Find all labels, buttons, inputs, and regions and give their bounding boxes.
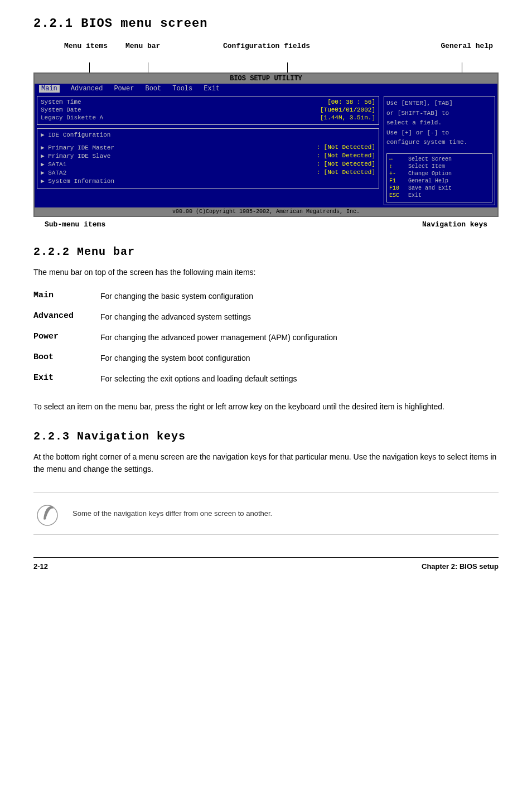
bios-label-time: System Time	[41, 99, 81, 105]
bios-right-panel: Use [ENTER], [TAB]or [SHIFT-TAB] toselec…	[384, 96, 495, 205]
section-222-paragraph: To select an item on the menu bar, press…	[33, 400, 499, 413]
bios-nav-general-help: F1 General Help	[389, 178, 490, 184]
bios-nav-change-option: +- Change Option	[389, 171, 490, 177]
bios-ide-section: ▶ IDE Configuration ▶ Primary IDE Master…	[37, 128, 379, 189]
bios-row-sata2: ▶ SATA2 : [Not Detected]	[41, 169, 375, 176]
bios-row-primary-slave: ▶ Primary IDE Slave : [Not Detected]	[41, 152, 375, 160]
bios-label-diskette: Legacy Diskette A	[41, 114, 103, 121]
note-box: Some of the navigation keys differ from …	[33, 492, 499, 535]
menu-row-main: Main For changing the basic system confi…	[33, 286, 499, 307]
bios-label-primary-master: ▶ Primary IDE Master	[41, 144, 114, 151]
bios-nav-desc-change: Change Option	[408, 171, 452, 177]
bios-value-date: [Tue01/01/2002]	[320, 107, 375, 113]
bios-nav-desc-item: Select Item	[408, 163, 445, 170]
bios-menu-main[interactable]: Main	[39, 85, 60, 93]
bios-nav-key-plusminus: +-	[389, 171, 405, 177]
bios-row-date: System Date [Tue01/01/2002]	[41, 107, 375, 113]
label-submenu-items: Sub-menu items	[45, 220, 105, 229]
bios-row-sata1: ▶ SATA1 : [Not Detected]	[41, 161, 375, 168]
bios-label-date: System Date	[41, 107, 81, 113]
label-menu-bar: Menu bar	[125, 42, 160, 50]
section-222-intro: The menu bar on top of the screen has th…	[33, 266, 499, 278]
bios-diagram: Menu items Menu bar Configuration fields…	[33, 42, 499, 229]
label-general-help: General help	[441, 42, 493, 50]
bios-nav-desc-screen: Select Screen	[408, 156, 452, 162]
bios-row-time: System Time [00: 38 : 56]	[41, 99, 375, 105]
footer-chapter: Chapter 2: BIOS setup	[422, 562, 499, 571]
bios-nav-select-item: ↕ Select Item	[389, 163, 490, 170]
bios-footer: v00.00 (C)Copyright 1985-2002, American …	[35, 207, 497, 216]
bios-menu-advanced[interactable]: Advanced	[71, 85, 103, 93]
bios-menu-bar: Main Advanced Power Boot Tools Exit	[35, 84, 497, 94]
bios-nav-desc-help: General Help	[408, 178, 448, 184]
menu-name-exit: Exit	[33, 369, 100, 389]
bios-item-ide-config: ▶ IDE Configuration	[41, 131, 375, 138]
bios-nav-save-exit: F10 Save and Exit	[389, 185, 490, 191]
note-icon	[33, 500, 61, 528]
bios-title-bar: BIOS SETUP UTILITY	[35, 74, 497, 84]
bios-nav-exit: ESC Exit	[389, 192, 490, 199]
menu-name-boot: Boot	[33, 348, 100, 369]
bios-menu-exit[interactable]: Exit	[204, 85, 220, 93]
bios-label-sata1: ▶ SATA1	[41, 161, 66, 168]
bios-nav-key-esc: ESC	[389, 192, 405, 199]
bios-value-primary-slave: : [Not Detected]	[316, 152, 375, 160]
menu-row-exit: Exit For selecting the exit options and …	[33, 369, 499, 389]
label-menu-items: Menu items	[64, 42, 108, 50]
bios-nav-desc-save: Save and Exit	[408, 185, 452, 191]
section-222-title: 2.2.2 Menu bar	[33, 245, 499, 258]
bios-help-text: Use [ENTER], [TAB]or [SHIFT-TAB] toselec…	[386, 99, 492, 148]
menu-row-power: Power For changing the advanced power ma…	[33, 327, 499, 348]
bios-nav-desc-exit: Exit	[408, 192, 422, 199]
bios-left-panel: System Time [00: 38 : 56] System Date [T…	[37, 96, 384, 205]
menu-row-advanced: Advanced For changing the advanced syste…	[33, 307, 499, 327]
bios-nav-key-f1: F1	[389, 178, 405, 184]
section-223-title: 2.2.3 Navigation keys	[33, 430, 499, 443]
bios-nav-key-arrows: ↔	[389, 156, 405, 162]
bios-item-sys-info: ▶ System Information	[41, 177, 375, 185]
bios-label-primary-slave: ▶ Primary IDE Slave	[41, 152, 110, 160]
bios-nav-box: ↔ Select Screen ↕ Select Item +- Change …	[386, 153, 492, 202]
bios-body: System Time [00: 38 : 56] System Date [T…	[35, 94, 497, 207]
diagram-bottom-labels: Sub-menu items Navigation keys	[33, 220, 499, 229]
label-config-fields: Configuration fields	[223, 42, 310, 50]
bios-row-diskette: Legacy Diskette A [1.44M, 3.5in.]	[41, 114, 375, 121]
bios-screen: BIOS SETUP UTILITY Main Advanced Power B…	[33, 73, 499, 217]
bios-nav-key-f10: F10	[389, 185, 405, 191]
note-text: Some of the navigation keys differ from …	[72, 509, 272, 518]
menu-desc-boot: For changing the system boot configurati…	[100, 348, 499, 369]
footer-page-num: 2-12	[33, 562, 48, 571]
bios-value-primary-master: : [Not Detected]	[316, 144, 375, 151]
menu-desc-main: For changing the basic system configurat…	[100, 286, 499, 307]
menu-name-advanced: Advanced	[33, 307, 100, 327]
bios-menu-boot[interactable]: Boot	[145, 85, 161, 93]
bios-value-diskette: [1.44M, 3.5in.]	[320, 114, 375, 121]
section-222: 2.2.2 Menu bar The menu bar on top of th…	[33, 245, 499, 413]
menu-desc-exit: For selecting the exit options and loadi…	[100, 369, 499, 389]
menu-bar-table: Main For changing the basic system confi…	[33, 286, 499, 389]
bios-nav-key-updown: ↕	[389, 163, 405, 170]
menu-name-power: Power	[33, 327, 100, 348]
bios-menu-tools[interactable]: Tools	[172, 85, 192, 93]
bios-label-sata2: ▶ SATA2	[41, 169, 66, 176]
bios-menu-power[interactable]: Power	[114, 85, 134, 93]
bios-value-sata1: : [Not Detected]	[316, 161, 375, 168]
page-footer: 2-12 Chapter 2: BIOS setup	[33, 557, 499, 571]
bios-nav-select-screen: ↔ Select Screen	[389, 156, 490, 162]
bios-system-section: System Time [00: 38 : 56] System Date [T…	[37, 96, 379, 125]
menu-desc-advanced: For changing the advanced system setting…	[100, 307, 499, 327]
section-221-title: 2.2.1 BIOS menu screen	[33, 17, 499, 31]
menu-row-boot: Boot For changing the system boot config…	[33, 348, 499, 369]
label-nav-keys: Navigation keys	[422, 220, 487, 229]
bios-value-sata2: : [Not Detected]	[316, 169, 375, 176]
section-223: 2.2.3 Navigation keys At the bottom righ…	[33, 430, 499, 535]
bios-row-primary-master: ▶ Primary IDE Master : [Not Detected]	[41, 144, 375, 151]
section-223-paragraph: At the bottom right corner of a menu scr…	[33, 451, 499, 476]
bios-value-time: [00: 38 : 56]	[327, 99, 375, 105]
menu-desc-power: For changing the advanced power manageme…	[100, 327, 499, 348]
menu-name-main: Main	[33, 286, 100, 307]
